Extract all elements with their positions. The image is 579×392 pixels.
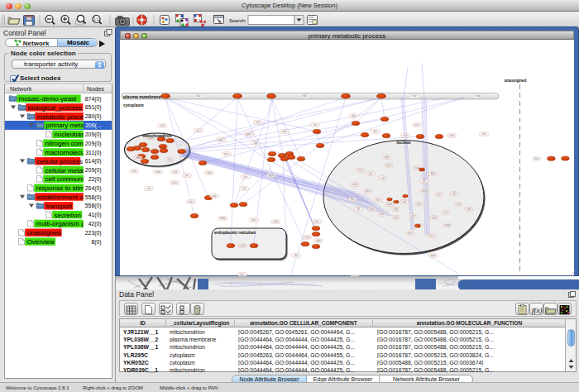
svg-text:Overview: Overview <box>27 238 55 246</box>
svg-text:pgob: pgob <box>218 138 223 141</box>
svg-text:rbpr: rbpr <box>413 94 417 98</box>
svg-text:depm: depm <box>431 254 437 257</box>
svg-text:f(x): f(x) <box>532 306 543 314</box>
svg-text:cnsn: cnsn <box>403 135 408 137</box>
svg-text:ggom: ggom <box>246 133 252 136</box>
svg-text:moes: moes <box>386 165 392 167</box>
svg-text:bftf: bftf <box>423 179 426 183</box>
svg-text:bapd: bapd <box>387 203 392 206</box>
svg-text:tpot: tpot <box>351 198 355 201</box>
svg-text:rmnb: rmnb <box>352 183 358 186</box>
svg-text:nscn: nscn <box>313 124 318 127</box>
svg-text:1:1: 1:1 <box>93 17 99 22</box>
svg-text:ndrp: ndrp <box>167 158 172 161</box>
svg-text:dobb: dobb <box>156 170 160 174</box>
svg-text:unassigned: unassigned <box>505 79 527 83</box>
svg-text:satb: satb <box>160 124 165 127</box>
svg-text:metabolic process: metabolic process <box>37 113 90 121</box>
svg-text:cpcs: cpcs <box>196 130 201 132</box>
svg-text:dtbg: dtbg <box>394 208 399 211</box>
svg-text:transport: transport <box>46 203 73 210</box>
svg-text:fbbg: fbbg <box>430 172 435 175</box>
svg-text:ndod: ndod <box>273 220 278 223</box>
svg-text:pcnr: pcnr <box>411 214 415 218</box>
svg-text:tasf: tasf <box>444 211 448 214</box>
svg-text:dnoa: dnoa <box>136 156 141 160</box>
svg-text:cytoplasm: cytoplasm <box>123 103 144 108</box>
svg-text:mcec: mcec <box>408 232 414 235</box>
svg-text:endoplasmic reticulum: endoplasmic reticulum <box>214 231 256 235</box>
svg-text:abft: abft <box>482 132 486 136</box>
svg-text:ogdn: ogdn <box>207 171 212 174</box>
svg-text:pbar: pbar <box>196 94 200 98</box>
svg-text:209(0): 209(0) <box>85 167 102 174</box>
svg-text:plasma membrane: plasma membrane <box>123 94 161 99</box>
svg-text:gbne: gbne <box>366 189 371 193</box>
svg-text:seda: seda <box>132 170 136 173</box>
svg-text:biological_process: biological_process <box>28 104 83 112</box>
svg-text:614(0): 614(0) <box>85 158 102 165</box>
svg-text:empt: empt <box>370 208 375 211</box>
svg-text:223(0): 223(0) <box>85 230 102 237</box>
svg-text:dcfs: dcfs <box>374 130 379 133</box>
svg-text:pmgp: pmgp <box>445 224 451 227</box>
svg-text:drnn: drnn <box>429 234 434 237</box>
svg-text:rngd: rngd <box>384 155 389 159</box>
svg-text:sebt: sebt <box>402 200 406 203</box>
svg-text:aprb: aprb <box>282 130 287 133</box>
svg-text:280(0): 280(0) <box>85 113 102 120</box>
svg-text:tass: tass <box>369 172 374 175</box>
svg-text:cpmn: cpmn <box>172 182 178 184</box>
svg-text:aofm: aofm <box>449 134 455 137</box>
svg-text:arre: arre <box>244 175 248 179</box>
svg-text:bfao: bfao <box>251 218 256 222</box>
svg-text:rmtb: rmtb <box>173 170 178 174</box>
svg-text:Nodes: Nodes <box>87 85 104 93</box>
svg-text:209(0): 209(0) <box>85 141 102 147</box>
svg-text:eprn: eprn <box>437 193 442 196</box>
svg-text:fcff: fcff <box>356 208 360 211</box>
svg-text:tfbn: tfbn <box>294 254 299 257</box>
svg-text:mitochondrion: mitochondrion <box>143 133 172 138</box>
svg-text:cnmb: cnmb <box>240 244 246 247</box>
svg-text:209(...: 209(... <box>85 122 101 129</box>
svg-text:abrp: abrp <box>314 220 319 223</box>
svg-text:unassigned: unassigned <box>27 229 61 237</box>
svg-text:fodr: fodr <box>376 198 380 202</box>
svg-text:cent: cent <box>146 187 151 190</box>
svg-text:264(0): 264(0) <box>85 185 102 192</box>
svg-text:egcm: egcm <box>269 174 275 177</box>
svg-text:dper: dper <box>380 213 385 216</box>
svg-text:snsc: snsc <box>184 174 189 177</box>
svg-text:22(0): 22(0) <box>89 176 102 183</box>
svg-text:cellular process: cellular process <box>37 158 84 165</box>
svg-text:ssad: ssad <box>416 203 421 206</box>
svg-text:41(0): 41(0) <box>89 212 102 218</box>
svg-text:smsg: smsg <box>304 237 310 239</box>
svg-text:btpe: btpe <box>352 114 356 117</box>
svg-text:mosaic-demo-yeast: mosaic-demo-yeast <box>19 95 78 103</box>
svg-text:Search:: Search: <box>229 18 246 23</box>
svg-text:8(0): 8(0) <box>91 239 101 246</box>
svg-text:558(0): 558(0) <box>85 203 102 209</box>
svg-text:regp: regp <box>212 194 217 198</box>
svg-text:adba: adba <box>316 239 321 242</box>
svg-text:209(0): 209(0) <box>85 131 102 138</box>
svg-text:tpno: tpno <box>414 123 419 127</box>
svg-text:crgf: crgf <box>381 176 385 179</box>
svg-text:erog: erog <box>456 203 461 206</box>
svg-text:nitrogen compound me: nitrogen compound me <box>45 140 113 147</box>
svg-text:ogfd: ogfd <box>467 208 471 211</box>
svg-text:srrd: srrd <box>242 187 246 190</box>
svg-text:dcmg: dcmg <box>422 189 428 193</box>
svg-text:ppbo: ppbo <box>394 216 399 219</box>
svg-text:dpft: dpft <box>452 192 457 195</box>
svg-text:311(0): 311(0) <box>85 150 101 156</box>
svg-text:pnse: pnse <box>224 153 229 155</box>
svg-text:oesa: oesa <box>358 170 363 172</box>
svg-text:mbdd: mbdd <box>220 217 226 220</box>
svg-text:42(0): 42(0) <box>89 221 102 227</box>
svg-text:nent: nent <box>256 121 260 124</box>
svg-text:651(0): 651(0) <box>85 104 102 111</box>
svg-text:dbbp: dbbp <box>534 157 539 160</box>
